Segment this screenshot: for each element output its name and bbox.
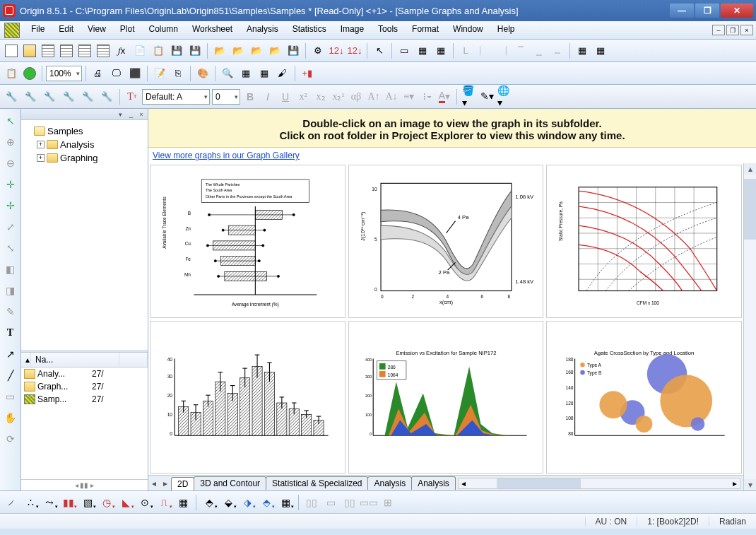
decrease-font-button[interactable]: A↓ — [384, 89, 399, 105]
graph-thumb-1[interactable]: The Whole Parishes The South Area Other … — [150, 165, 345, 318]
graph-gallery-link[interactable]: View more graphs in our Graph Gallery — [148, 148, 756, 163]
tab-analysis1[interactable]: Analysis — [367, 476, 412, 490]
import-multi-button[interactable]: 📂 — [266, 42, 283, 59]
tab-2d[interactable]: 2D — [171, 477, 194, 491]
layer-button[interactable]: ▦ — [256, 65, 273, 82]
new-matrix-button[interactable] — [95, 42, 112, 59]
tab-analysis2[interactable]: Analysis — [411, 476, 456, 490]
align-top-button[interactable]: ⎺ — [512, 42, 529, 59]
data-reader-tool[interactable]: ⤢ — [3, 219, 18, 235]
menu-column[interactable]: Column — [142, 21, 185, 39]
slideshow-button[interactable]: 🖵 — [108, 65, 125, 82]
supersub-button[interactable]: x₂¹ — [331, 89, 346, 105]
menu-file[interactable]: File — [24, 21, 52, 39]
tree-root[interactable]: Samples — [24, 124, 145, 138]
pe-dropdown-button[interactable]: ▾ — [115, 110, 125, 119]
export-button[interactable]: ⬛ — [126, 65, 143, 82]
menu-window[interactable]: Window — [446, 21, 490, 39]
italic-button[interactable]: I — [260, 89, 276, 105]
mdi-close-button[interactable]: × — [740, 25, 753, 35]
add-arrow-button[interactable]: ↖ — [371, 42, 388, 59]
panel-button-3[interactable]: ▯▯ — [341, 495, 358, 510]
worksheet-icon[interactable] — [4, 23, 20, 38]
font-type-icon[interactable]: TT — [124, 89, 140, 105]
globe-button[interactable]: 🌐▾ — [497, 89, 512, 105]
scatter-plot-button[interactable]: ∴▾ — [22, 495, 39, 510]
line-scatter-button[interactable]: ⤳▾ — [41, 495, 58, 510]
pointer-tool[interactable]: ↖ — [3, 113, 18, 129]
reimport-button[interactable]: 💾 — [285, 42, 302, 59]
graph-thumb-4[interactable]: 010203040 — [150, 321, 345, 474]
graph-thumb-2[interactable]: 1.06 kV 1.48 kV 4 Pa 2 Pa x(cm) J(10¹¹·c… — [348, 165, 544, 318]
line-plot-button[interactable]: ⟋ — [3, 495, 20, 510]
align-left-button[interactable]: L — [457, 42, 474, 59]
subscript-button[interactable]: x₂ — [313, 89, 329, 105]
print-button[interactable]: 🖨 — [90, 65, 107, 82]
font-name-combo[interactable]: Default: A — [142, 89, 210, 105]
font-size-combo[interactable]: 0 — [212, 89, 240, 105]
increase-font-button[interactable]: A↑ — [366, 89, 382, 105]
run-button[interactable] — [21, 65, 38, 82]
format-tool-1[interactable]: 🔧 — [3, 88, 20, 105]
menu-edit[interactable]: Edit — [52, 21, 81, 39]
search-button[interactable]: 🔍 — [219, 65, 236, 82]
open-button[interactable] — [21, 42, 38, 59]
box-plot-button[interactable]: ▧▾ — [79, 495, 96, 510]
menu-worksheet[interactable]: Worksheet — [185, 21, 240, 39]
recalculate-button[interactable]: 12↓ — [328, 42, 345, 59]
tree-item-graphing[interactable]: + Graphing — [24, 151, 145, 165]
new-workbook-button[interactable] — [40, 42, 57, 59]
maximize-button[interactable]: ❐ — [695, 4, 719, 18]
tab-hscroll[interactable]: ◂▸ — [458, 478, 740, 489]
3d-wire-button[interactable]: ⬘▾ — [201, 495, 218, 510]
panel-button-4[interactable]: ▭▭ — [360, 495, 377, 510]
graph-thumb-5[interactable]: Emission vs Excitation for Sample NIP172… — [348, 321, 544, 474]
list-header-name[interactable]: Na... — [31, 353, 119, 367]
tree-item-analysis[interactable]: + Analysis — [24, 138, 145, 151]
import-ascii-button[interactable]: 📂 — [248, 42, 265, 59]
expander-icon[interactable]: + — [37, 141, 45, 148]
format-tool-2[interactable]: 🔧 — [22, 88, 39, 105]
panel-button-5[interactable]: ⊞ — [379, 495, 396, 510]
zoom-out-tool[interactable]: ⊖ — [3, 155, 18, 171]
duplicate-button[interactable]: ⎘ — [170, 65, 187, 82]
menu-view[interactable]: View — [81, 21, 113, 39]
format-tool-5[interactable]: 🔧 — [79, 88, 96, 105]
save-button[interactable]: 💾 — [168, 42, 185, 59]
underline-button[interactable]: U — [278, 89, 293, 105]
content-vscroll[interactable]: ▴ ▾ — [743, 163, 756, 490]
menu-tools[interactable]: Tools — [371, 21, 405, 39]
new-function-button[interactable]: 𝑓x — [113, 42, 130, 59]
copy-page-button[interactable]: 📋 — [3, 65, 20, 82]
3d-surface-button[interactable]: ⬙▾ — [220, 495, 237, 510]
minimize-button[interactable]: — — [670, 4, 694, 18]
text-align-button[interactable]: ≡▾ — [401, 89, 417, 105]
list-hscroll[interactable]: ◂ ▮▮ ▸ — [21, 479, 148, 490]
theme-button[interactable]: 🎨 — [194, 65, 211, 82]
list-item[interactable]: Analy... 27/ — [21, 368, 148, 380]
polar-plot-button[interactable]: ⊙▾ — [136, 495, 153, 510]
line-spacing-button[interactable]: ⫶▾ — [419, 89, 435, 105]
open-template-button[interactable]: 📂 — [211, 42, 228, 59]
rotate-tool[interactable]: ⟳ — [3, 431, 18, 447]
format-tool-3[interactable]: 🔧 — [41, 88, 58, 105]
layout-1-button[interactable]: ▭ — [396, 42, 413, 59]
list-header[interactable]: ▴ Na... — [21, 353, 148, 368]
new-notes-button[interactable]: 📋 — [150, 42, 167, 59]
line-color-button[interactable]: ✎▾ — [479, 89, 495, 105]
tab-nav-prev[interactable]: ◂ — [148, 477, 160, 490]
fill-color-button[interactable]: 🪣▾ — [461, 89, 477, 105]
pe-pin-button[interactable]: ⎯ — [126, 110, 136, 119]
contour-button[interactable]: ⬘▾ — [258, 495, 275, 510]
mdi-restore-button[interactable]: ❐ — [726, 25, 739, 35]
tab-stats[interactable]: Statistical & Specialized — [266, 476, 368, 490]
group-button[interactable]: ▦ — [574, 42, 591, 59]
layout-3-button[interactable]: ▦ — [432, 42, 449, 59]
font-color-button[interactable]: A▾ — [437, 89, 452, 105]
graph-thumb-3[interactable]: Static Pressure, Pa CFM x 100 — [546, 165, 742, 318]
expander-icon[interactable]: + — [37, 154, 45, 162]
new-layout-button[interactable]: 📄 — [131, 42, 148, 59]
add-column-button[interactable]: +▮ — [299, 65, 316, 82]
stock-plot-button[interactable]: ⎍▾ — [155, 495, 172, 510]
menu-help[interactable]: Help — [490, 21, 522, 39]
